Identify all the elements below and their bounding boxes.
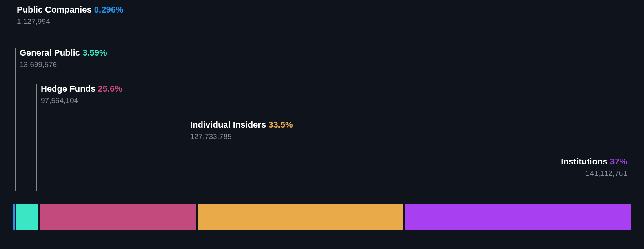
label-title: Public Companies 0.296%	[17, 5, 123, 15]
bar-seg-general-public	[16, 204, 38, 230]
bar-seg-public-companies	[13, 204, 15, 230]
ownership-breakdown-chart: Public Companies 0.296% 1,127,994 Genera…	[0, 0, 644, 249]
label-value: 141,112,761	[561, 169, 627, 178]
label-title: General Public 3.59%	[20, 48, 107, 58]
label-name: Hedge Funds	[41, 84, 95, 94]
label-individual-insiders: Individual Insiders 33.5% 127,733,785	[186, 120, 293, 191]
label-hedge-funds: Hedge Funds 25.6% 97,564,104	[36, 84, 122, 191]
label-percent: 33.5%	[268, 120, 293, 130]
label-name: Institutions	[561, 157, 608, 166]
label-percent: 3.59%	[82, 48, 107, 58]
label-value: 1,127,994	[17, 17, 123, 26]
label-name: Individual Insiders	[190, 120, 266, 130]
bar-seg-institutions	[405, 204, 631, 230]
label-value: 127,733,785	[190, 132, 293, 141]
label-title: Individual Insiders 33.5%	[190, 120, 293, 130]
label-percent: 37%	[610, 157, 627, 166]
label-institutions: Institutions 37% 141,112,761	[561, 157, 631, 191]
label-title: Hedge Funds 25.6%	[41, 84, 122, 94]
label-percent: 0.296%	[94, 5, 124, 14]
label-name: Public Companies	[17, 5, 92, 14]
ownership-bar	[13, 204, 631, 230]
label-value: 13,699,576	[20, 60, 107, 69]
bar-seg-hedge-funds	[40, 204, 196, 230]
label-name: General Public	[20, 48, 80, 58]
label-value: 97,564,104	[41, 96, 122, 105]
bar-seg-individual-insiders	[198, 204, 403, 230]
label-title: Institutions 37%	[561, 157, 627, 167]
label-percent: 25.6%	[98, 84, 122, 94]
